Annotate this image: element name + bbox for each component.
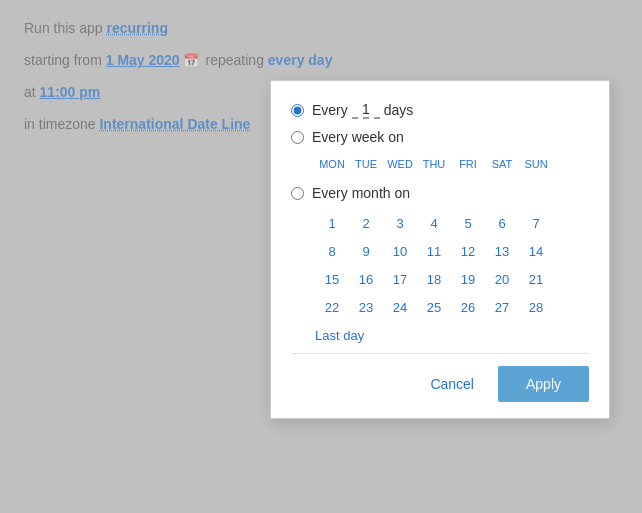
cal-day-25[interactable]: 25 — [417, 295, 451, 321]
option-every-month-row: Every month on — [291, 185, 589, 201]
weekday-sun[interactable]: SUN — [519, 155, 553, 173]
every-week-label: Every week on — [312, 129, 404, 145]
cal-day-1[interactable]: 1 — [315, 211, 349, 237]
cal-day-7[interactable]: 7 — [519, 211, 553, 237]
cal-day-20[interactable]: 20 — [485, 267, 519, 293]
weekday-wed[interactable]: WED — [383, 155, 417, 173]
cal-day-21[interactable]: 21 — [519, 267, 553, 293]
cal-row-4: 22 23 24 25 26 27 28 — [315, 295, 589, 321]
cal-day-8[interactable]: 8 — [315, 239, 349, 265]
weekday-sat[interactable]: SAT — [485, 155, 519, 173]
cal-day-18[interactable]: 18 — [417, 267, 451, 293]
cal-day-14[interactable]: 14 — [519, 239, 553, 265]
cal-day-28[interactable]: 28 — [519, 295, 553, 321]
cal-day-22[interactable]: 22 — [315, 295, 349, 321]
cal-day-3[interactable]: 3 — [383, 211, 417, 237]
cal-day-27[interactable]: 27 — [485, 295, 519, 321]
days-input[interactable] — [352, 101, 380, 119]
option-every-month-section: Every month on 1 2 3 4 5 6 7 8 9 10 11 1… — [291, 185, 589, 343]
radio-every-week[interactable] — [291, 131, 304, 144]
cal-day-19[interactable]: 19 — [451, 267, 485, 293]
cal-day-5[interactable]: 5 — [451, 211, 485, 237]
cal-day-4[interactable]: 4 — [417, 211, 451, 237]
days-label: days — [384, 102, 414, 118]
last-day-label[interactable]: Last day — [315, 328, 364, 343]
recurrence-dialog: Every days Every week on MON TUE WED THU… — [270, 80, 610, 419]
weekdays-row: MON TUE WED THU FRI SAT SUN — [315, 155, 589, 173]
last-day-row: Last day — [315, 327, 589, 343]
cal-day-26[interactable]: 26 — [451, 295, 485, 321]
cal-row-3: 15 16 17 18 19 20 21 — [315, 267, 589, 293]
weekday-thu[interactable]: THU — [417, 155, 451, 173]
cal-day-12[interactable]: 12 — [451, 239, 485, 265]
cal-day-2[interactable]: 2 — [349, 211, 383, 237]
radio-every-days[interactable] — [291, 104, 304, 117]
option-every-week-row: Every week on — [291, 129, 589, 145]
dialog-actions: Cancel Apply — [291, 366, 589, 402]
cancel-button[interactable]: Cancel — [418, 368, 486, 400]
cal-day-23[interactable]: 23 — [349, 295, 383, 321]
dialog-divider — [291, 353, 589, 354]
cal-day-10[interactable]: 10 — [383, 239, 417, 265]
radio-every-month[interactable] — [291, 187, 304, 200]
cal-row-1: 1 2 3 4 5 6 7 — [315, 211, 589, 237]
every-month-label: Every month on — [312, 185, 410, 201]
cal-day-11[interactable]: 11 — [417, 239, 451, 265]
weekday-fri[interactable]: FRI — [451, 155, 485, 173]
cal-day-6[interactable]: 6 — [485, 211, 519, 237]
apply-button[interactable]: Apply — [498, 366, 589, 402]
cal-day-17[interactable]: 17 — [383, 267, 417, 293]
cal-row-2: 8 9 10 11 12 13 14 — [315, 239, 589, 265]
cal-day-24[interactable]: 24 — [383, 295, 417, 321]
cal-day-9[interactable]: 9 — [349, 239, 383, 265]
weekday-mon[interactable]: MON — [315, 155, 349, 173]
cal-day-13[interactable]: 13 — [485, 239, 519, 265]
cal-day-16[interactable]: 16 — [349, 267, 383, 293]
cal-day-15[interactable]: 15 — [315, 267, 349, 293]
option-every-days-row: Every days — [291, 101, 589, 119]
every-label: Every — [312, 102, 348, 118]
calendar-grid: 1 2 3 4 5 6 7 8 9 10 11 12 13 14 15 16 1… — [315, 211, 589, 321]
weekday-tue[interactable]: TUE — [349, 155, 383, 173]
